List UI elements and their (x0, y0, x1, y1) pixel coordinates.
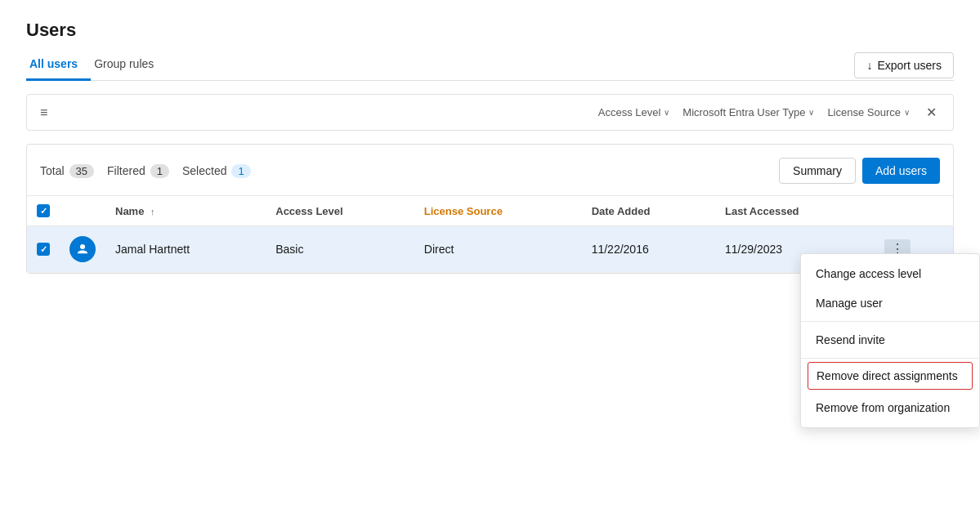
select-all-checkbox[interactable]: ✓ (37, 204, 50, 217)
license-chevron: ∨ (904, 108, 910, 117)
filter-right: Access Level ∨ Microsoft Entra User Type… (598, 103, 940, 122)
last-accessed-value: 11/29/2023 (725, 243, 782, 256)
page-title: Users (26, 20, 954, 41)
context-menu-divider-1 (801, 321, 979, 322)
total-badge: 35 (69, 164, 94, 178)
last-accessed-column-header[interactable]: Last Accessed (715, 196, 875, 226)
close-filter-button[interactable]: ✕ (923, 103, 940, 122)
license-source-value: Direct (424, 243, 454, 256)
selected-label: Selected (182, 164, 226, 177)
select-all-header: ✓ (27, 196, 60, 226)
svg-point-0 (80, 244, 85, 249)
change-access-level-menuitem[interactable]: Change access level (801, 259, 979, 288)
access-level-value: Basic (275, 243, 303, 256)
avatar (69, 236, 96, 262)
actions-column-header (875, 196, 953, 226)
access-level-chevron: ∨ (664, 108, 669, 117)
filter-icon[interactable]: ≡ (40, 105, 47, 120)
selected-stat: Selected 1 (182, 164, 251, 178)
export-users-button[interactable]: ↓ Export users (854, 52, 954, 78)
remove-direct-assignments-menuitem[interactable]: Remove direct assignments (808, 362, 973, 390)
tab-group-rules[interactable]: Group rules (91, 51, 167, 81)
row-checkbox[interactable]: ✓ (37, 243, 50, 256)
license-source-cell: Direct (414, 226, 582, 273)
tabs-left: All users Group rules (26, 51, 167, 80)
person-icon (75, 242, 90, 257)
selected-badge: 1 (231, 164, 250, 178)
access-level-header-label: Access Level (275, 205, 342, 217)
entra-chevron: ∨ (808, 108, 814, 117)
date-added-header-label: Date Added (592, 205, 651, 217)
date-added-column-header[interactable]: Date Added (582, 196, 715, 226)
name-column-header[interactable]: Name ↑ (105, 196, 266, 226)
tab-all-users[interactable]: All users (26, 51, 91, 81)
access-level-filter[interactable]: Access Level ∨ (598, 106, 670, 118)
remove-from-organization-menuitem[interactable]: Remove from organization (801, 393, 979, 422)
filter-left: ≡ (40, 105, 47, 120)
export-users-label: Export users (877, 59, 942, 72)
user-avatar-cell (60, 226, 105, 273)
date-added-cell: 11/22/2016 (582, 226, 715, 273)
context-menu-divider-2 (801, 358, 979, 359)
total-stat: Total 35 (40, 164, 94, 178)
summary-button[interactable]: Summary (779, 158, 856, 184)
manage-user-menuitem[interactable]: Manage user (801, 288, 979, 318)
last-accessed-header-label: Last Accessed (725, 205, 799, 217)
row-checkbox-cell: ✓ (27, 226, 60, 273)
filtered-stat: Filtered 1 (107, 164, 169, 178)
access-level-cell: Basic (266, 226, 414, 273)
avatar-header (60, 196, 105, 226)
license-source-header-label: License Source (424, 205, 503, 217)
checkmark-icon: ✓ (40, 206, 47, 217)
page-container: Users All users Group rules ↓ Export use… (0, 0, 980, 509)
license-source-filter[interactable]: License Source ∨ (827, 106, 910, 118)
filtered-badge: 1 (150, 164, 169, 178)
context-menu: Change access level Manage user Resend i… (800, 253, 980, 428)
access-level-column-header[interactable]: Access Level (266, 196, 414, 226)
user-name: Jamal Hartnett (115, 243, 190, 256)
user-name-cell: Jamal Hartnett (105, 226, 266, 273)
export-down-icon: ↓ (866, 59, 872, 72)
name-header-label: Name (115, 205, 144, 217)
entra-type-label: Microsoft Entra User Type (682, 106, 805, 118)
table-header: ✓ Name ↑ Access Level License Source (27, 196, 953, 226)
sort-up-icon: ↑ (150, 207, 155, 217)
add-users-button[interactable]: Add users (862, 158, 940, 184)
date-added-value: 11/22/2016 (592, 243, 649, 256)
tabs-row: All users Group rules ↓ Export users (26, 51, 954, 81)
table-actions: Summary Add users (779, 158, 940, 184)
entra-type-filter[interactable]: Microsoft Entra User Type ∨ (682, 106, 814, 118)
license-source-label: License Source (827, 106, 901, 118)
total-label: Total (40, 164, 65, 177)
resend-invite-menuitem[interactable]: Resend invite (801, 325, 979, 355)
filter-bar: ≡ Access Level ∨ Microsoft Entra User Ty… (26, 94, 954, 131)
table-header-row: Total 35 Filtered 1 Selected 1 Summary A… (27, 158, 953, 195)
license-source-column-header[interactable]: License Source (414, 196, 582, 226)
table-stats: Total 35 Filtered 1 Selected 1 (40, 164, 251, 178)
filtered-label: Filtered (107, 164, 145, 177)
row-checkmark-icon: ✓ (40, 244, 47, 255)
access-level-label: Access Level (598, 106, 661, 118)
